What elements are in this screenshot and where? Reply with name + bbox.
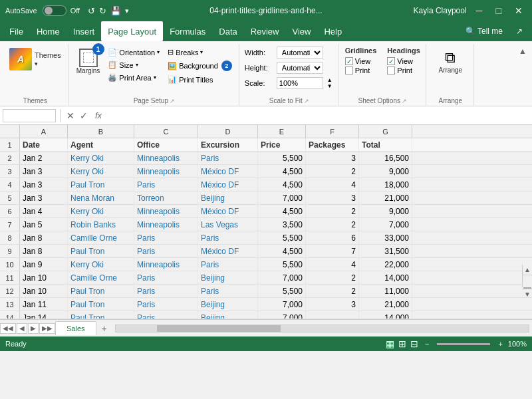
cell-f8[interactable]: 6 (306, 231, 359, 244)
maximize-button[interactable]: □ (492, 4, 505, 17)
cell-d12[interactable]: Paris (198, 285, 258, 297)
cell-a2[interactable]: Jan 2 (20, 152, 68, 164)
cell-a14[interactable]: Jan 14 (20, 311, 68, 319)
zoom-plus-button[interactable]: + (498, 340, 502, 348)
cell-g14[interactable]: 14,000 (359, 311, 412, 319)
col-header-b[interactable]: B (68, 125, 134, 138)
cell-d8[interactable]: Paris (198, 231, 258, 244)
name-box[interactable] (3, 109, 56, 122)
scroll-up-button[interactable]: ▲ (523, 265, 532, 275)
cell-e3[interactable]: 4,500 (258, 165, 306, 178)
cell-b1[interactable]: Agent (68, 138, 134, 151)
headings-print-checkbox[interactable] (387, 66, 395, 74)
scroll-down-button[interactable]: ▼ (523, 289, 532, 299)
cell-c11[interactable]: Paris (134, 271, 198, 284)
cell-f5[interactable]: 3 (306, 192, 359, 204)
share-button[interactable]: ↗ (509, 21, 529, 41)
cell-a13[interactable]: Jan 11 (20, 298, 68, 311)
cell-d2[interactable]: Paris (198, 152, 258, 164)
save-icon[interactable]: 💾 (110, 6, 121, 16)
cell-e10[interactable]: 5,500 (258, 258, 306, 271)
cell-d5[interactable]: Beijing (198, 192, 258, 204)
orientation-button[interactable]: 📄 Orientation ▾ (105, 47, 162, 58)
cell-g5[interactable]: 21,000 (359, 192, 412, 204)
cell-b5[interactable]: Nena Moran (68, 192, 134, 204)
page-layout-view-button[interactable]: ⊞ (397, 338, 408, 349)
redo-icon[interactable]: ↻ (99, 6, 106, 16)
cell-b4[interactable]: Paul Tron (68, 178, 134, 191)
cell-a5[interactable]: Jan 3 (20, 192, 68, 204)
cell-c3[interactable]: Minneapolis (134, 165, 198, 178)
scale-dialog-launcher[interactable]: ↗ (304, 98, 309, 104)
cell-e11[interactable]: 7,000 (258, 271, 306, 284)
tell-me-input[interactable]: 🔍 Tell me (459, 21, 509, 41)
cell-f1[interactable]: Packages (306, 138, 359, 151)
cell-g9[interactable]: 31,500 (359, 245, 412, 257)
cell-f3[interactable]: 2 (306, 165, 359, 178)
menu-page-layout[interactable]: Page Layout (101, 21, 163, 41)
cell-b9[interactable]: Paul Tron (68, 245, 134, 257)
cell-b11[interactable]: Camille Orne (68, 271, 134, 284)
print-area-button[interactable]: 🖨️ Print Area ▾ (105, 72, 162, 83)
cell-a8[interactable]: Jan 8 (20, 231, 68, 244)
gridlines-print-row[interactable]: Print (345, 66, 377, 74)
cell-f10[interactable]: 4 (306, 258, 359, 271)
headings-view-row[interactable]: View (387, 57, 420, 65)
cell-g2[interactable]: 16,500 (359, 152, 412, 164)
ribbon-collapse-button[interactable]: ▲ (516, 44, 529, 106)
arrange-button[interactable]: ⧉ Arrange (434, 47, 466, 76)
cell-e8[interactable]: 5,500 (258, 231, 306, 244)
cell-b6[interactable]: Kerry Oki (68, 205, 134, 217)
cell-a4[interactable]: Jan 3 (20, 178, 68, 191)
horizontal-scrollbar[interactable] (115, 325, 529, 332)
cell-f14[interactable] (306, 311, 359, 319)
cell-f6[interactable]: 2 (306, 205, 359, 217)
cell-e9[interactable]: 4,500 (258, 245, 306, 257)
menu-insert[interactable]: Insert (66, 21, 102, 41)
themes-button[interactable]: A Themes▾ (7, 47, 64, 72)
menu-home[interactable]: Home (30, 21, 66, 41)
cell-g6[interactable]: 9,000 (359, 205, 412, 217)
cell-b8[interactable]: Camille Orne (68, 231, 134, 244)
background-button[interactable]: 🖼️ Background 2 (165, 59, 235, 72)
cell-e5[interactable]: 7,000 (258, 192, 306, 204)
page-setup-dialog-launcher[interactable]: ↗ (170, 98, 175, 104)
cell-c10[interactable]: Minneapolis (134, 258, 198, 271)
gridlines-print-checkbox[interactable] (345, 66, 353, 74)
print-titles-button[interactable]: 📊 Print Titles (165, 74, 235, 85)
breaks-button[interactable]: ⊟ Breaks ▾ (165, 47, 235, 58)
cell-c9[interactable]: Paris (134, 245, 198, 257)
cancel-formula-button[interactable]: ✕ (65, 110, 76, 121)
col-header-d[interactable]: D (198, 125, 258, 138)
cell-e2[interactable]: 5,500 (258, 152, 306, 164)
accept-formula-button[interactable]: ✓ (78, 110, 90, 121)
sheet-scroll-prev-button[interactable]: ◀ (17, 323, 27, 334)
cell-a1[interactable]: Date (20, 138, 68, 151)
cell-b14[interactable]: Paul Tron (68, 311, 134, 319)
cell-c12[interactable]: Paris (134, 285, 198, 297)
sheet-tab-sales[interactable]: Sales (55, 321, 96, 335)
cell-a6[interactable]: Jan 4 (20, 205, 68, 217)
cell-e14[interactable]: 7,000 (258, 311, 306, 319)
cell-c7[interactable]: Minneapolis (134, 218, 198, 231)
menu-data[interactable]: Data (212, 21, 243, 41)
cell-g8[interactable]: 33,000 (359, 231, 412, 244)
cell-e1[interactable]: Price (258, 138, 306, 151)
cell-a9[interactable]: Jan 8 (20, 245, 68, 257)
cell-c4[interactable]: Paris (134, 178, 198, 191)
cell-b10[interactable]: Kerry Oki (68, 258, 134, 271)
size-button[interactable]: 📋 Size ▾ (105, 59, 162, 70)
zoom-slider[interactable] (437, 343, 490, 345)
cell-d1[interactable]: Excursion (198, 138, 258, 151)
height-select[interactable]: Automatic 1 page (277, 62, 323, 74)
cell-d10[interactable]: Paris (198, 258, 258, 271)
col-header-a[interactable]: A (20, 125, 68, 138)
cell-f12[interactable]: 2 (306, 285, 359, 297)
cell-c14[interactable]: Paris (134, 311, 198, 319)
hscroll-thumb[interactable] (157, 325, 281, 332)
cell-b7[interactable]: Robin Banks (68, 218, 134, 231)
undo-icon[interactable]: ↺ (88, 6, 95, 16)
scale-down-button[interactable]: ▼ (326, 83, 334, 89)
cell-d11[interactable]: Beijing (198, 271, 258, 284)
cell-e12[interactable]: 5,500 (258, 285, 306, 297)
